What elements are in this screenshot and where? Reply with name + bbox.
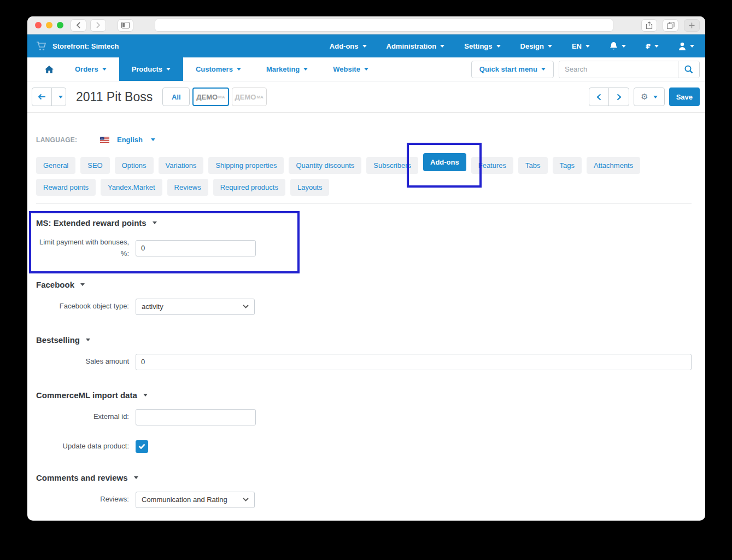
- tab-yandex-market[interactable]: Yandex.Market: [101, 179, 162, 196]
- browser-forward-button[interactable]: [90, 19, 106, 32]
- tab-options[interactable]: Options: [115, 157, 154, 174]
- topbar-menus: Add-ons Administration Settings Design E…: [330, 42, 694, 50]
- chevron-down-icon: [653, 96, 658, 98]
- previous-product-button[interactable]: [589, 88, 609, 106]
- nav-item-products[interactable]: Products: [119, 57, 183, 81]
- field-reviews: Reviews: Communication and Rating: [36, 492, 692, 508]
- sales-amount-input[interactable]: [136, 354, 692, 370]
- tab-tabs[interactable]: Tabs: [518, 157, 547, 174]
- navbar-right: Quick start menu: [471, 57, 705, 81]
- quick-start-menu-button[interactable]: Quick start menu: [471, 61, 554, 78]
- tab-attachments[interactable]: Attachments: [587, 157, 640, 174]
- section-heading[interactable]: Comments and reviews: [36, 473, 692, 482]
- menu-addons[interactable]: Add-ons: [330, 42, 367, 50]
- chevron-down-icon: [440, 45, 444, 48]
- facebook-object-type-select[interactable]: activity: [136, 299, 255, 315]
- nav-item-website[interactable]: Website: [320, 57, 381, 81]
- section-heading[interactable]: Facebook: [36, 280, 692, 289]
- tab-subscribers[interactable]: Subscribers: [366, 157, 418, 174]
- back-icon: [76, 22, 81, 28]
- section-heading[interactable]: Bestselling: [36, 335, 692, 345]
- search-button[interactable]: [678, 61, 699, 78]
- storefront-label[interactable]: Storefront: Simtech: [52, 42, 119, 50]
- section-heading[interactable]: MS: Extended reward points: [36, 218, 692, 228]
- sidebar-toggle-button[interactable]: [118, 19, 133, 32]
- minimize-window-button[interactable]: [46, 22, 52, 28]
- search-input[interactable]: [559, 61, 678, 78]
- back-dropdown-button[interactable]: [52, 88, 66, 106]
- home-icon: [45, 66, 54, 73]
- nav-item-marketing[interactable]: Marketing: [254, 57, 320, 81]
- field-label: Facebook object type:: [36, 301, 129, 312]
- update-data-product-checkbox[interactable]: [136, 440, 148, 453]
- tab-required-products[interactable]: Required products: [213, 179, 285, 196]
- field-label: External id:: [36, 411, 129, 423]
- address-bar[interactable]: [155, 19, 613, 32]
- chevron-down-icon: [496, 45, 501, 48]
- limit-payment-input[interactable]: [136, 240, 256, 256]
- chevron-right-icon: [617, 94, 622, 101]
- menu-notifications[interactable]: [610, 42, 626, 50]
- menu-design[interactable]: Design: [520, 42, 552, 50]
- tab-layouts[interactable]: Layouts: [290, 179, 330, 196]
- menu-account[interactable]: [678, 42, 694, 50]
- reviews-select[interactable]: Communication and Rating: [136, 492, 255, 508]
- zoom-window-button[interactable]: [57, 22, 63, 28]
- external-id-input[interactable]: [136, 409, 256, 425]
- settings-dropdown-button[interactable]: ⚙: [634, 88, 664, 106]
- tab-variations[interactable]: Variations: [159, 157, 204, 174]
- divider: [36, 203, 692, 204]
- browser-back-button[interactable]: [71, 19, 86, 32]
- field-limit-payment: Limit payment with bonuses, %:: [36, 237, 692, 260]
- tab-tags[interactable]: Tags: [553, 157, 582, 174]
- nav-item-orders[interactable]: Orders: [62, 57, 119, 81]
- chevron-down-icon: [166, 68, 171, 71]
- us-flag-icon: [100, 137, 109, 143]
- storefront-all-button[interactable]: All: [162, 88, 190, 106]
- chevron-down-icon: [303, 68, 308, 71]
- go-back-button[interactable]: [32, 88, 52, 106]
- checkmark-icon: [138, 444, 145, 449]
- next-product-button[interactable]: [609, 88, 629, 106]
- save-button[interactable]: Save: [669, 88, 700, 106]
- cart-icon[interactable]: [36, 42, 46, 51]
- arrow-left-icon: [38, 94, 46, 100]
- new-tab-icon: [689, 22, 695, 28]
- tab-addons[interactable]: Add-ons: [423, 153, 466, 171]
- tabs-overview-button[interactable]: [663, 19, 678, 32]
- field-label: Update data product:: [36, 441, 129, 452]
- tab-seo[interactable]: SEO: [80, 157, 109, 174]
- storefront-demo-button-selected[interactable]: ДЕМОМА: [192, 88, 229, 106]
- tab-quantity-discounts[interactable]: Quantity discounts: [289, 157, 361, 174]
- tab-reviews[interactable]: Reviews: [167, 179, 208, 196]
- nav-home[interactable]: [36, 57, 62, 81]
- menu-administration[interactable]: Administration: [387, 42, 445, 50]
- tabs-row-2: Reward points Yandex.Market Reviews Requ…: [36, 179, 692, 196]
- chevron-down-icon: [548, 45, 552, 48]
- tab-features[interactable]: Features: [471, 157, 513, 174]
- close-window-button[interactable]: [35, 22, 42, 28]
- field-facebook-object-type: Facebook object type: activity: [36, 299, 692, 315]
- tab-reward-points[interactable]: Reward points: [36, 179, 96, 196]
- tab-shipping-properties[interactable]: Shipping properties: [208, 157, 284, 174]
- forward-icon: [96, 22, 101, 28]
- menu-settings[interactable]: Settings: [464, 42, 500, 50]
- chevron-down-icon: [243, 498, 249, 501]
- section-ms-extended-reward-points: MS: Extended reward points Limit payment…: [36, 218, 692, 260]
- menu-language-en[interactable]: EN: [572, 42, 590, 50]
- tab-general[interactable]: General: [36, 157, 75, 174]
- chevron-down-icon: [690, 45, 694, 48]
- language-selector[interactable]: English: [100, 136, 155, 144]
- share-button[interactable]: [641, 19, 657, 32]
- section-heading[interactable]: CommerceML import data: [36, 390, 692, 400]
- share-icon: [646, 21, 653, 30]
- tabs-overview-icon: [667, 22, 675, 29]
- chevron-down-icon: [622, 45, 626, 48]
- nav-item-customers[interactable]: Customers: [183, 57, 254, 81]
- language-row: LANGUAGE: English: [36, 136, 692, 144]
- storefront-demo-button[interactable]: ДЕМОМА: [232, 88, 267, 106]
- new-tab-button[interactable]: [684, 19, 700, 32]
- chrome-right-buttons: [641, 19, 700, 32]
- field-label: Reviews:: [36, 494, 129, 505]
- menu-currency[interactable]: ₽: [646, 42, 659, 50]
